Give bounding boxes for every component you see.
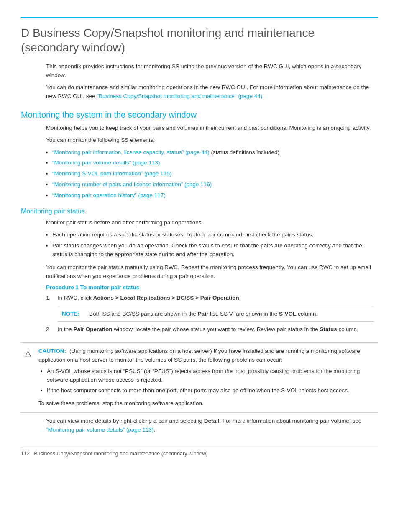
final-para-block: You can view more details by right-click…	[46, 417, 374, 434]
list-item: Pair status changes when you do an opera…	[52, 242, 378, 259]
intro-link[interactable]: "Business Copy/Snapshot monitoring and m…	[97, 93, 262, 99]
caution-content: CAUTION:(Using monitoring software appli…	[38, 347, 374, 409]
caution-icon: △	[25, 347, 34, 409]
procedure-header: Procedure 1 To monitor pair status	[46, 284, 378, 290]
intro-block: This appendix provides instructions for …	[46, 62, 374, 101]
caution-item-1: An S-VOL whose status is not “PSUS” (or …	[47, 367, 374, 385]
caution-block: △ CAUTION:(Using monitoring software app…	[21, 342, 378, 413]
footer-page-num: 112	[21, 451, 30, 457]
final-bold: Detail	[204, 418, 220, 424]
caution-intro: (Using monitoring software applications …	[38, 348, 360, 363]
intro-para2: You can do maintenance and similar monit…	[46, 83, 374, 101]
section1-list: “Monitoring pair information, license ca…	[52, 148, 378, 200]
step-2-content: In the Pair Operation window, locate the…	[58, 325, 374, 337]
section1-body1: Monitoring helps you to keep track of yo…	[46, 124, 374, 133]
section2-body2-block: You can monitor the pair status manually…	[46, 263, 374, 281]
section2-body: Monitor pair status before and after per…	[46, 218, 374, 227]
list-link-1[interactable]: “Monitoring pair information, license ca…	[52, 149, 210, 155]
footer-text: Business Copy/Snapshot monitoring and ma…	[34, 451, 208, 457]
list-item: “Monitoring pair information, license ca…	[52, 148, 378, 157]
section1-body2: You can monitor the following SS element…	[46, 136, 374, 145]
step-1-text: In RWC, click Actions > Local Replicatio…	[58, 294, 374, 303]
section1-body: Monitoring helps you to keep track of yo…	[46, 124, 374, 145]
list-link-2[interactable]: “Monitoring pair volume details” (page 1…	[52, 159, 160, 166]
final-text-mid: . For more information about monitoring …	[219, 418, 361, 424]
note-text: Both SS and BC/SS pairs are shown in the…	[89, 310, 317, 318]
footer-bar: 112 Business Copy/Snapshot monitoring an…	[21, 447, 378, 457]
step-1: 1. In RWC, click Actions > Local Replica…	[46, 294, 374, 325]
list-item: Each operation requires a specific statu…	[52, 231, 378, 239]
step-1-content: In RWC, click Actions > Local Replicatio…	[58, 294, 374, 325]
section2-body1: Monitor pair status before and after per…	[46, 218, 374, 227]
list-link-5[interactable]: “Monitoring pair operation history” (pag…	[52, 192, 166, 198]
page-title: D Business Copy/Snapshot monitoring and …	[21, 26, 378, 55]
note-box-1: NOTE: Both SS and BC/SS pairs are shown …	[58, 306, 374, 322]
list-link-4[interactable]: “Monitoring number of pairs and license …	[52, 181, 212, 188]
final-para: You can view more details by right-click…	[46, 417, 374, 434]
step-2: 2. In the Pair Operation window, locate …	[46, 325, 374, 337]
top-border	[21, 17, 378, 18]
section2-heading: Monitoring pair status	[21, 208, 378, 215]
step-2-text: In the Pair Operation window, locate the…	[58, 325, 374, 334]
caution-list: An S-VOL whose status is not “PSUS” (or …	[47, 367, 374, 396]
list-item: “Monitoring pair operation history” (pag…	[52, 191, 378, 200]
caution-footer: To solve these problems, stop the monito…	[38, 399, 374, 408]
list-item: “Monitoring number of pairs and license …	[52, 180, 378, 189]
section1-heading: Monitoring the system in the secondary w…	[21, 110, 378, 120]
procedure-steps: 1. In RWC, click Actions > Local Replica…	[46, 294, 374, 337]
final-link[interactable]: “Monitoring pair volume details” (page 1…	[46, 427, 153, 433]
section2-body2: You can monitor the pair status manually…	[46, 263, 374, 281]
step-1-num: 1.	[46, 294, 58, 325]
caution-item-2: If the host computer connects to more th…	[47, 386, 374, 395]
step-2-num: 2.	[46, 325, 58, 337]
final-text-before: You can view more details by right-click…	[46, 418, 204, 424]
caution-label: CAUTION:	[38, 348, 66, 354]
list-item: “Monitoring S-VOL path information” (pag…	[52, 170, 378, 178]
list-link-3[interactable]: “Monitoring S-VOL path information” (pag…	[52, 170, 171, 177]
list-item: “Monitoring pair volume details” (page 1…	[52, 159, 378, 167]
section2-bullets: Each operation requires a specific statu…	[52, 231, 378, 259]
note-label: NOTE:	[62, 310, 85, 318]
intro-para2-after: .	[262, 93, 264, 99]
intro-para1: This appendix provides instructions for …	[46, 62, 374, 80]
final-text-after: .	[153, 427, 155, 433]
